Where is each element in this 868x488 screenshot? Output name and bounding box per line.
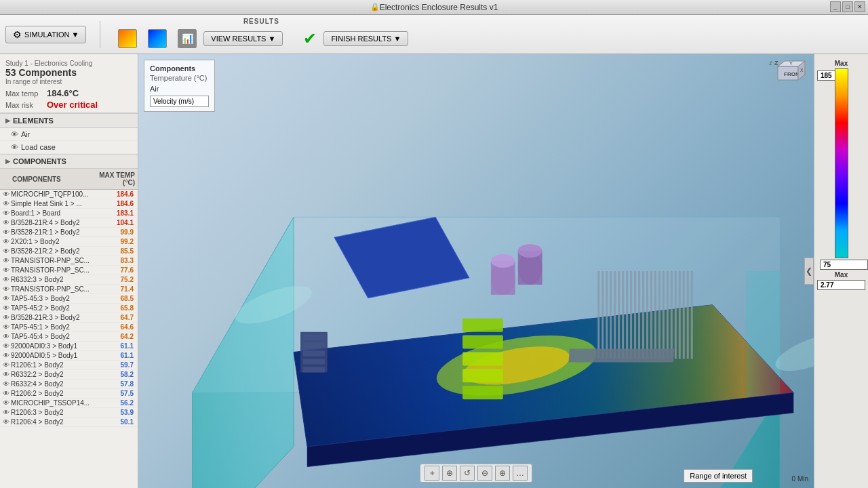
table-row[interactable]: 👁R1206:2 > Body257.5 [0, 389, 138, 399]
finish-results-label: FINISH RESULTS ▼ [331, 35, 401, 43]
viewport-more-btn[interactable]: … [513, 466, 528, 481]
viewport-zoom-out-btn[interactable]: ⊖ [477, 466, 492, 481]
finish-results-btn[interactable]: FINISH RESULTS ▼ [323, 31, 408, 46]
info-section: Study 1 - Electronics Cooling 53 Compone… [0, 54, 138, 113]
table-row[interactable]: 👁R6332:4 > Body257.8 [0, 380, 138, 389]
table-row[interactable]: 👁MICROCHIP_TSSOP14...56.2 [0, 399, 138, 408]
table-row[interactable]: 👁2X20:1 > Body299.2 [0, 237, 138, 247]
eye-icon: 👁 [0, 371, 11, 378]
viewport-rotate-btn[interactable]: ⌖ [425, 466, 439, 481]
range-of-interest-btn[interactable]: Range of interest [684, 469, 753, 483]
max-temp-val: 184.6°C [47, 88, 79, 98]
pcb-3d-view [138, 54, 814, 488]
lock-icon: 🔒 [370, 3, 380, 12]
eye-icon: 👁 [0, 314, 11, 321]
svg-rect-33 [667, 271, 669, 359]
table-row[interactable]: 👁R1206:3 > Body253.9 [0, 408, 138, 418]
components-list: 👁MICROCHIP_TQFP100...184.6👁Simple Heat S… [0, 190, 138, 427]
eye-icon: 👁 [0, 304, 11, 312]
table-row[interactable]: 👁R1206:4 > Body250.1 [0, 418, 138, 427]
components-section-header[interactable]: ▶ COMPONENTS [0, 154, 138, 169]
table-row[interactable]: 👁TAP5-45:1 > Body264.6 [0, 323, 138, 332]
svg-rect-20 [614, 271, 616, 359]
table-row[interactable]: 👁92000ADI0:3 > Body161.1 [0, 342, 138, 351]
colorbar-max-label: Max [835, 60, 848, 67]
table-row[interactable]: 👁R1206:1 > Body259.7 [0, 361, 138, 370]
table-row[interactable]: 👁R6332:3 > Body275.2 [0, 275, 138, 285]
component-temp: 64.7 [108, 314, 138, 321]
collapse-panel-btn[interactable]: ❮ [804, 258, 814, 285]
eye-icon: 👁 [0, 276, 11, 283]
max-risk-row: Max risk Over critical [5, 100, 132, 110]
simulation-button[interactable]: ⚙ SIMULATION ▼ [5, 26, 86, 43]
restore-btn[interactable]: □ [842, 1, 853, 12]
view-results-icon2[interactable] [144, 26, 171, 51]
svg-rect-35 [675, 271, 677, 359]
component-name: TRANSISTOR-PNP_SC... [11, 266, 108, 274]
svg-rect-55 [303, 343, 325, 348]
table-row[interactable]: 👁Simple Heat Sink 1 > ...184.6 [0, 199, 138, 209]
toolbar: ⚙ SIMULATION ▼ RESULTS 📊 VIEW RESULTS ▼ [0, 15, 868, 54]
component-name: R6332:2 > Body2 [11, 371, 108, 378]
viewport[interactable]: Components Temperature (°C) Air Velocity… [138, 54, 814, 488]
table-row[interactable]: 👁B/3528-21R:2 > Body285.5 [0, 247, 138, 256]
table-row[interactable]: 👁92000ADI0:5 > Body161.1 [0, 351, 138, 361]
colorbar-gradient [835, 68, 848, 258]
table-row[interactable]: 👁B/3528-21R:3 > Body264.7 [0, 313, 138, 323]
viewport-fit-btn[interactable]: ⊕ [495, 466, 510, 481]
svg-rect-16 [597, 271, 599, 359]
load-case-label: Load case [21, 143, 56, 151]
table-row[interactable]: 👁B/3528-21R:1 > Body299.9 [0, 228, 138, 237]
viewport-zoom-in-btn[interactable]: ⊕ [442, 466, 457, 481]
minimize-btn[interactable]: _ [830, 1, 841, 12]
svg-rect-31 [658, 271, 660, 359]
table-row[interactable]: 👁TRANSISTOR-PNP_SC...83.3 [0, 256, 138, 266]
component-name: TAP5-45:1 > Body2 [11, 323, 108, 331]
comp-col-name: COMPONENTS [0, 174, 90, 184]
elements-section-header[interactable]: ▶ ELEMENTS [0, 113, 138, 128]
component-temp: 104.1 [108, 219, 138, 226]
finish-results-icon[interactable]: ✔ [299, 26, 321, 51]
svg-point-48 [491, 254, 515, 268]
svg-rect-30 [654, 271, 656, 359]
view-results-icon1[interactable] [114, 26, 141, 51]
element-air[interactable]: 👁 Air [0, 128, 138, 141]
eye-icon: 👁 [0, 342, 11, 350]
elements-label: ELEMENTS [13, 117, 54, 125]
checkmark-icon: ✔ [303, 29, 317, 48]
table-row[interactable]: 👁Board:1 > Board183.1 [0, 209, 138, 218]
svg-rect-34 [671, 271, 673, 359]
element-load-case[interactable]: 👁 Load case [0, 141, 138, 154]
table-row[interactable]: 👁B/3528-21R:4 > Body2104.1 [0, 218, 138, 228]
eye-icon: 👁 [0, 352, 11, 359]
component-temp: 68.5 [108, 295, 138, 302]
svg-rect-43 [462, 352, 503, 366]
component-temp: 99.2 [108, 238, 138, 245]
table-row[interactable]: 👁TAP5-45:2 > Body265.8 [0, 304, 138, 313]
colorbar-top-value: 185 [817, 70, 835, 81]
table-row[interactable]: 👁TAP5-45:3 > Body268.5 [0, 294, 138, 304]
eye-icon: 👁 [0, 266, 11, 274]
table-row[interactable]: 👁TRANSISTOR-PNP_SC...77.6 [0, 266, 138, 275]
view-results-btn[interactable]: VIEW RESULTS ▼ [203, 31, 283, 46]
table-row[interactable]: 👁TRANSISTOR-PNP_SC...71.4 [0, 285, 138, 294]
eye-icon: 👁 [0, 247, 11, 255]
eye-icon: 👁 [0, 390, 11, 397]
svg-rect-45 [462, 386, 503, 399]
table-row[interactable]: 👁TAP5-45:4 > Body264.2 [0, 332, 138, 342]
eye-icon: 👁 [0, 323, 11, 331]
table-row[interactable]: 👁R6332:2 > Body258.2 [0, 370, 138, 380]
view-results-label: VIEW RESULTS ▼ [211, 35, 275, 43]
view-results-icon3[interactable]: 📊 [174, 26, 201, 51]
components-label: COMPONENTS [13, 157, 66, 165]
table-row[interactable]: 👁MICROCHIP_TQFP100...184.6 [0, 190, 138, 199]
component-name: 92000ADI0:3 > Body1 [11, 342, 108, 350]
svg-rect-27 [642, 271, 644, 359]
close-btn[interactable]: ✕ [854, 1, 865, 12]
viewport-reset-btn[interactable]: ↺ [460, 466, 475, 481]
svg-rect-44 [462, 369, 503, 382]
eye-icon: 👁 [0, 361, 11, 369]
results-label: RESULTS [243, 18, 279, 25]
component-name: R1206:1 > Body2 [11, 361, 108, 369]
svg-rect-17 [601, 271, 604, 359]
